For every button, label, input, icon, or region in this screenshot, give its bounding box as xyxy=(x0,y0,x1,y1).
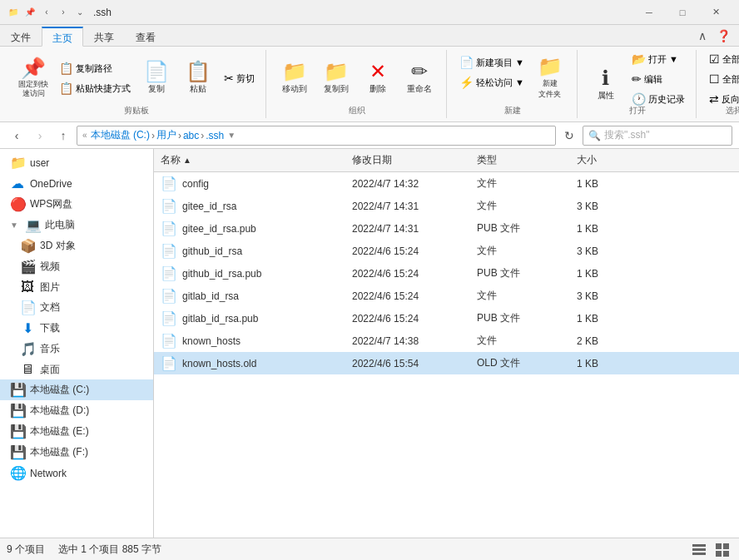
sidebar-item-diskd[interactable]: 💾 本地磁盘 (D:) xyxy=(0,400,153,421)
table-row[interactable]: 📄 config 2022/4/7 14:32 文件 1 KB xyxy=(154,172,739,195)
delete-button[interactable]: ✕ 删除 xyxy=(358,54,398,102)
music-icon: 🎵 xyxy=(20,341,35,357)
diskf-icon: 💾 xyxy=(10,444,25,460)
copy-to-icon: 📁 xyxy=(324,62,349,82)
ribbon-collapse-icon[interactable]: ∧ xyxy=(693,27,712,44)
sidebar-item-docs[interactable]: 📄 文档 xyxy=(0,297,153,318)
table-row[interactable]: 📄 gitee_id_rsa 2022/4/7 14:31 文件 3 KB xyxy=(154,195,739,217)
new-item-label: 新建项目 ▼ xyxy=(476,57,524,69)
table-row[interactable]: 📄 known_hosts.old 2022/4/6 15:54 OLD 文件 … xyxy=(154,352,739,374)
maximize-button[interactable]: □ xyxy=(666,0,699,25)
sidebar-item-onedrive[interactable]: ☁ OneDrive xyxy=(0,173,153,194)
table-row[interactable]: 📄 github_id_rsa.pub 2022/4/6 15:24 PUB 文… xyxy=(154,262,739,285)
file-name: github_id_rsa xyxy=(182,245,242,257)
close-button[interactable]: ✕ xyxy=(699,0,732,25)
sidebar-item-images[interactable]: 🖼 图片 xyxy=(0,277,153,297)
copy-to-button[interactable]: 📁 复制到 xyxy=(316,54,356,102)
edit-button[interactable]: ✏ 编辑 xyxy=(627,70,689,88)
tab-file[interactable]: 文件 xyxy=(0,27,42,46)
sidebar-label-thispc: 此电脑 xyxy=(45,218,75,232)
ribbon-content: 📌 固定到快速访问 📋 复制路径 📋 粘贴快捷方式 📄 复制 xyxy=(0,47,739,121)
table-row[interactable]: 📄 gitee_id_rsa.pub 2022/4/7 14:31 PUB 文件… xyxy=(154,217,739,240)
file-date: 2022/4/7 14:38 xyxy=(352,335,419,347)
copy-path-button[interactable]: 📋 复制路径 xyxy=(55,59,135,77)
table-row[interactable]: 📄 gitlab_id_rsa 2022/4/6 15:24 文件 3 KB xyxy=(154,285,739,307)
ribbon-group-select: ☑ 全部选择 ☐ 全部取消 ⇄ 反向选择 选择 xyxy=(698,50,739,118)
up-button[interactable]: ↑ xyxy=(53,126,73,146)
cut-button[interactable]: ✂ 剪切 xyxy=(220,69,259,87)
select-all-label: 全部选择 xyxy=(722,53,739,66)
new-folder-button[interactable]: 📁 新建文件夹 xyxy=(530,54,570,102)
table-row[interactable]: 📄 github_id_rsa 2022/4/6 15:24 文件 3 KB xyxy=(154,240,739,262)
path-part-abc[interactable]: abc xyxy=(183,130,199,141)
large-icon-view-button[interactable] xyxy=(712,541,732,559)
move-to-button[interactable]: 📁 移动到 xyxy=(275,54,315,102)
3d-icon: 📦 xyxy=(20,238,35,254)
paste-button[interactable]: 📋 粘贴 xyxy=(178,54,218,102)
refresh-button[interactable]: ↻ xyxy=(559,126,579,146)
col-date-label: 修改日期 xyxy=(352,153,392,167)
open-icon: 📂 xyxy=(632,52,646,66)
file-size: 1 KB xyxy=(577,358,598,369)
file-date-cell: 2022/4/7 14:38 xyxy=(345,334,470,349)
properties-button[interactable]: ℹ 属性 xyxy=(586,61,626,109)
open-button[interactable]: 📂 打开 ▼ xyxy=(627,50,689,68)
path-dropdown-icon[interactable]: ▼ xyxy=(227,131,236,140)
easy-access-button[interactable]: ⚡ 轻松访问 ▼ xyxy=(455,73,528,92)
sidebar-item-wps[interactable]: 🔴 WPS网盘 xyxy=(0,194,153,215)
back-button[interactable]: ‹ xyxy=(7,126,27,146)
main-area: 📁 user ☁ OneDrive 🔴 WPS网盘 ▼ 💻 此电脑 📦 3D 对… xyxy=(0,149,739,538)
path-part-ssh[interactable]: .ssh xyxy=(206,130,224,141)
new-label: 新建 xyxy=(449,105,577,116)
file-type: 文件 xyxy=(477,289,497,303)
tab-view[interactable]: 查看 xyxy=(125,27,166,46)
sidebar-item-downloads[interactable]: ⬇ 下载 xyxy=(0,318,153,339)
invert-label: 反向选择 xyxy=(722,93,739,106)
file-list-header: 名称 ▲ 修改日期 类型 大小 xyxy=(154,149,739,172)
col-header-name[interactable]: 名称 ▲ xyxy=(154,151,345,170)
file-size-cell: 1 KB xyxy=(570,311,637,326)
file-type: 文件 xyxy=(477,244,497,258)
sidebar-item-music[interactable]: 🎵 音乐 xyxy=(0,339,153,359)
minimize-button[interactable]: ─ xyxy=(632,0,666,25)
sidebar-item-network[interactable]: 🌐 Network xyxy=(0,463,153,483)
sidebar-item-3d[interactable]: 📦 3D 对象 xyxy=(0,235,153,256)
file-date: 2022/4/6 15:24 xyxy=(352,245,419,257)
sidebar-item-thispc[interactable]: ▼ 💻 此电脑 xyxy=(0,215,153,235)
paste-shortcut-button[interactable]: 📋 粘贴快捷方式 xyxy=(55,79,135,97)
pin-quick-access-button[interactable]: 📌 固定到快速访问 xyxy=(13,54,53,102)
rename-button[interactable]: ✏ 重命名 xyxy=(399,54,439,102)
path-part-user[interactable]: 用户 xyxy=(156,128,176,142)
path-part-c[interactable]: 本地磁盘 (C:) xyxy=(91,128,150,142)
sidebar-item-diske[interactable]: 💾 本地磁盘 (E:) xyxy=(0,421,153,442)
table-row[interactable]: 📄 known_hosts 2022/4/7 14:38 文件 2 KB xyxy=(154,330,739,352)
select-none-button[interactable]: ☐ 全部取消 xyxy=(705,70,739,88)
file-name: known_hosts.old xyxy=(182,358,256,369)
sidebar-item-user[interactable]: 📁 user xyxy=(0,152,153,173)
new-item-button[interactable]: 📄 新建项目 ▼ xyxy=(455,53,528,72)
window-title: .ssh xyxy=(93,7,632,18)
file-icon: 📄 xyxy=(161,333,177,349)
table-row[interactable]: 📄 gitlab_id_rsa.pub 2022/4/6 15:24 PUB 文… xyxy=(154,307,739,330)
address-path[interactable]: « 本地磁盘 (C:) › 用户 › abc › .ssh ▼ xyxy=(77,126,556,146)
select-all-button[interactable]: ☑ 全部选择 xyxy=(705,50,739,68)
forward-button[interactable]: › xyxy=(30,126,50,146)
file-name-cell: 📄 gitlab_id_rsa xyxy=(154,286,345,305)
tab-share[interactable]: 共享 xyxy=(83,27,125,46)
copy-button[interactable]: 📄 复制 xyxy=(136,54,176,102)
sidebar-label-diskd: 本地磁盘 (D:) xyxy=(30,404,89,418)
sidebar-item-diskc[interactable]: 💾 本地磁盘 (C:) xyxy=(0,379,153,400)
col-header-size[interactable]: 大小 xyxy=(570,151,637,170)
file-date: 2022/4/7 14:31 xyxy=(352,201,419,212)
file-size: 3 KB xyxy=(577,245,598,257)
pin-label: 固定到快速访问 xyxy=(18,80,48,98)
quick-access-icon: 📌 xyxy=(23,6,37,19)
sidebar-item-video[interactable]: 🎬 视频 xyxy=(0,256,153,277)
col-header-date[interactable]: 修改日期 xyxy=(345,151,470,170)
col-header-type[interactable]: 类型 xyxy=(470,151,570,170)
sidebar-item-diskf[interactable]: 💾 本地磁盘 (F:) xyxy=(0,442,153,463)
details-view-button[interactable] xyxy=(689,541,709,559)
ribbon-help-icon[interactable]: ❓ xyxy=(712,27,736,44)
sidebar-item-desktop[interactable]: 🖥 桌面 xyxy=(0,359,153,379)
tab-home[interactable]: 主页 xyxy=(42,27,83,47)
